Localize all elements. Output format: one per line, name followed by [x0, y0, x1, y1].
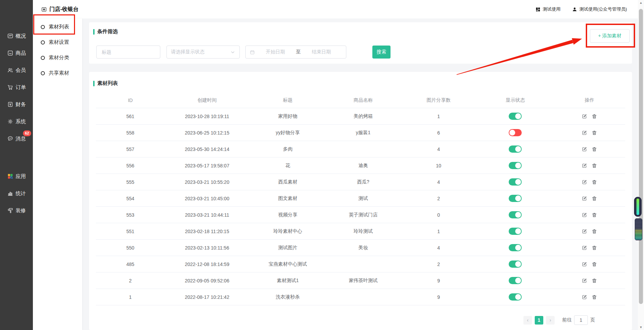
scrollbar-thumb[interactable] — [639, 9, 643, 304]
filter-card: 条件筛选 请选择显示状态 开始日期 至 结束日期 搜索 + 添加素材 — [89, 22, 632, 64]
prev-page-button[interactable]: ‹ — [523, 316, 532, 325]
cell-actions — [554, 179, 625, 185]
cell-shares: 9 — [400, 278, 477, 283]
status-toggle[interactable] — [509, 211, 522, 218]
cell-created: 2023-03-21 10:44:11 — [165, 212, 249, 218]
title-input[interactable] — [96, 46, 160, 59]
status-toggle[interactable] — [509, 261, 522, 268]
sidebar-item-overview[interactable]: 概况 — [0, 27, 33, 45]
sidebar-item-label: 会员 — [16, 67, 26, 74]
status-toggle[interactable] — [509, 293, 522, 301]
status-toggle[interactable] — [509, 178, 522, 186]
trash-icon[interactable] — [592, 196, 597, 201]
order-icon — [7, 84, 13, 90]
sidebar-item-member[interactable]: 会员 — [0, 62, 33, 79]
cell-created: 2022-09-05 09:52:06 — [165, 278, 249, 283]
edit-icon[interactable] — [582, 262, 587, 267]
edit-icon[interactable] — [582, 212, 587, 218]
next-page-button[interactable]: › — [546, 316, 555, 325]
cell-actions — [554, 196, 625, 201]
extension-widget-striped[interactable] — [635, 218, 642, 240]
status-toggle[interactable] — [509, 129, 522, 136]
sidebar-item-stats[interactable]: 统计 — [0, 185, 33, 202]
edit-icon[interactable] — [582, 196, 587, 201]
sidebar-item-message[interactable]: 消息62 — [0, 130, 33, 147]
cell-title: 多肉 — [249, 146, 326, 152]
store-switcher[interactable]: 测试使用 — [535, 6, 560, 12]
edit-icon[interactable] — [582, 179, 587, 185]
trash-icon[interactable] — [592, 262, 597, 267]
trash-icon[interactable] — [592, 163, 597, 168]
edit-icon[interactable] — [582, 245, 587, 251]
cell-id: 550 — [96, 245, 165, 251]
cell-id: 485 — [96, 262, 165, 267]
edit-icon[interactable] — [582, 278, 587, 283]
cell-id: 553 — [96, 212, 165, 218]
status-toggle[interactable] — [509, 113, 522, 120]
cell-title: 花 — [249, 163, 326, 169]
status-toggle[interactable] — [509, 195, 522, 202]
sidebar-item-finance[interactable]: 财务 — [0, 96, 33, 113]
sidebar-item-order[interactable]: 订单 — [0, 79, 33, 96]
cell-id: 555 — [96, 179, 165, 185]
extension-widget-gradient[interactable] — [634, 197, 642, 217]
account-menu[interactable]: 测试使用(公众号管理员) — [572, 6, 627, 12]
sidebar-item-decorate[interactable]: 装修 — [0, 202, 33, 219]
status-toggle[interactable] — [509, 277, 522, 284]
edit-icon[interactable] — [582, 163, 587, 168]
cell-title: 宝燕素材中心测试 — [249, 261, 326, 267]
browser-scrollbar[interactable]: ▲ ▼ — [638, 0, 644, 330]
sidebar-item-system[interactable]: 系统 — [0, 113, 33, 130]
trash-icon[interactable] — [592, 212, 597, 218]
status-toggle[interactable] — [509, 244, 522, 251]
cell-title: 图文素材 — [249, 195, 326, 202]
status-select[interactable]: 请选择显示状态 — [166, 46, 240, 59]
edit-icon[interactable] — [582, 147, 587, 152]
cell-shares: 2 — [400, 196, 477, 201]
submenu-item-material-settings[interactable]: 素材设置 — [33, 35, 82, 50]
cell-status — [477, 129, 554, 136]
date-range-picker[interactable]: 开始日期 至 结束日期 — [245, 46, 346, 59]
circle-icon — [41, 25, 45, 29]
edit-icon[interactable] — [582, 229, 587, 234]
submenu-item-material-list[interactable]: 素材列表 — [33, 19, 82, 35]
add-material-button[interactable]: + 添加素材 — [590, 29, 630, 43]
cell-title: 视频分享 — [249, 212, 326, 218]
page-1-button[interactable]: 1 — [535, 316, 543, 325]
cell-id: 2 — [96, 278, 165, 283]
scrollbar-up-arrow-icon[interactable]: ▲ — [638, 1, 644, 4]
scrollbar-down-arrow-icon[interactable]: ▼ — [638, 326, 644, 329]
submenu-item-shared-material[interactable]: 共享素材 — [33, 65, 82, 81]
search-button[interactable]: 搜索 — [372, 46, 391, 59]
cell-id: 558 — [96, 130, 165, 136]
cell-shares: 4 — [400, 179, 477, 185]
trash-icon[interactable] — [592, 147, 597, 152]
goto-page-input[interactable] — [574, 315, 588, 325]
cell-id: 554 — [96, 196, 165, 201]
status-toggle[interactable] — [509, 162, 522, 169]
trash-icon[interactable] — [592, 179, 597, 185]
status-toggle[interactable] — [509, 145, 522, 153]
sidebar-item-label: 系统 — [16, 118, 26, 125]
cell-actions — [554, 278, 625, 283]
cell-actions — [554, 147, 625, 152]
submenu-item-material-category[interactable]: 素材分类 — [33, 50, 82, 65]
cell-actions — [554, 229, 625, 234]
column-header: 显示状态 — [477, 97, 554, 103]
user-icon — [572, 7, 577, 12]
cell-product: 家伟茶叶测试 — [326, 278, 400, 284]
sidebar-item-label: 商品 — [16, 50, 26, 56]
trash-icon[interactable] — [592, 114, 597, 119]
status-toggle[interactable] — [509, 228, 522, 235]
sidebar-item-goods[interactable]: 商品 — [0, 45, 33, 62]
edit-icon[interactable] — [582, 294, 587, 300]
trash-icon[interactable] — [592, 229, 597, 234]
trash-icon[interactable] — [592, 245, 597, 251]
trash-icon[interactable] — [592, 294, 597, 300]
trash-icon[interactable] — [592, 130, 597, 136]
table-row: 5572023-05-30 14:24:14多肉4 — [96, 141, 625, 157]
sidebar-item-apps[interactable]: 应用 — [0, 168, 33, 185]
trash-icon[interactable] — [592, 278, 597, 283]
edit-icon[interactable] — [582, 130, 587, 136]
edit-icon[interactable] — [582, 114, 587, 119]
